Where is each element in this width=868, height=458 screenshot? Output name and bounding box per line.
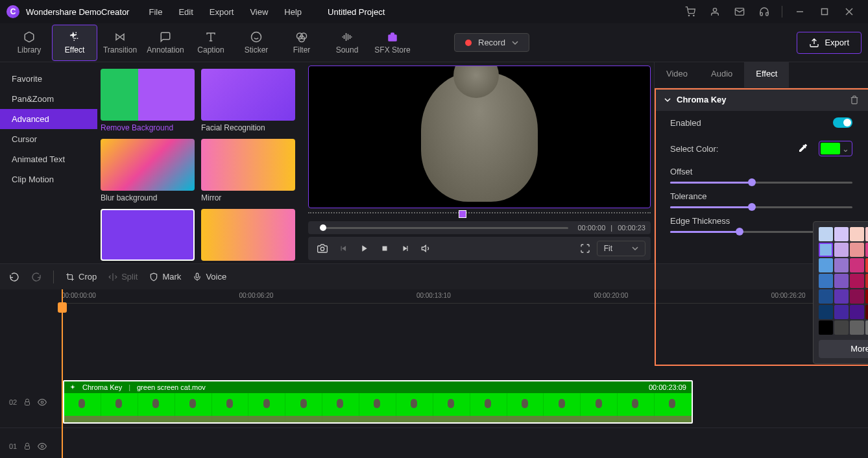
offset-slider[interactable] bbox=[670, 182, 852, 184]
headset-icon[interactable] bbox=[758, 6, 770, 18]
color-cell[interactable] bbox=[850, 243, 864, 257]
fit-select[interactable]: Fit bbox=[597, 241, 645, 256]
color-cell[interactable] bbox=[834, 243, 849, 257]
menu-export[interactable]: Export bbox=[210, 7, 234, 17]
user-icon[interactable] bbox=[709, 6, 721, 18]
sidebar-panzoom[interactable]: Pan&Zoom bbox=[0, 89, 97, 109]
menu-help[interactable]: Help bbox=[284, 7, 302, 17]
color-cell[interactable] bbox=[865, 258, 868, 272]
ruler-tick: 00:00:06:20 bbox=[239, 292, 273, 299]
color-cell[interactable] bbox=[834, 258, 849, 272]
sidebar-animated-text[interactable]: Animated Text bbox=[0, 149, 97, 169]
color-cell[interactable] bbox=[819, 289, 833, 304]
color-cell[interactable] bbox=[850, 305, 864, 319]
redo-button[interactable] bbox=[31, 272, 42, 282]
color-cell[interactable] bbox=[819, 320, 833, 335]
tool-transition[interactable]: Transition bbox=[97, 25, 143, 61]
tool-sticker[interactable]: Sticker bbox=[234, 25, 279, 61]
color-cell[interactable] bbox=[850, 227, 864, 241]
color-cell[interactable] bbox=[834, 227, 849, 241]
prop-tab-audio[interactable]: Audio bbox=[699, 62, 744, 88]
tool-sfx[interactable]: SFX Store bbox=[370, 25, 415, 61]
play-button[interactable] bbox=[355, 239, 373, 258]
menu-view[interactable]: View bbox=[250, 7, 268, 17]
color-cell[interactable] bbox=[865, 320, 868, 335]
delete-effect-button[interactable] bbox=[850, 95, 859, 104]
tool-library[interactable]: Library bbox=[6, 25, 52, 61]
sidebar-favorite[interactable]: Favorite bbox=[0, 69, 97, 89]
color-swatch-button[interactable]: ⌄ bbox=[819, 141, 852, 156]
mark-button[interactable]: Mark bbox=[149, 272, 181, 282]
split-button[interactable]: Split bbox=[108, 272, 138, 282]
export-button[interactable]: Export bbox=[797, 32, 862, 54]
color-cell[interactable] bbox=[819, 243, 833, 257]
sidebar-advanced[interactable]: Advanced bbox=[0, 109, 97, 129]
color-cell[interactable] bbox=[850, 274, 864, 288]
snapshot-button[interactable] bbox=[313, 239, 332, 258]
sidebar-cursor[interactable]: Cursor bbox=[0, 129, 97, 149]
color-cell[interactable] bbox=[819, 227, 833, 241]
effect-facial-recognition[interactable]: Facial Recognition bbox=[201, 69, 295, 135]
tool-annotation[interactable]: Annotation bbox=[143, 25, 188, 61]
close-button[interactable] bbox=[845, 7, 854, 16]
fullscreen-button[interactable] bbox=[576, 239, 594, 258]
lock-icon[interactable] bbox=[23, 442, 31, 450]
video-clip[interactable]: Chroma Key | green screen cat.mov 00:00:… bbox=[63, 380, 693, 424]
color-cell[interactable] bbox=[819, 258, 833, 272]
voice-button[interactable]: Voice bbox=[193, 272, 226, 282]
color-cell[interactable] bbox=[834, 274, 849, 288]
effect-6[interactable] bbox=[201, 209, 295, 261]
eye-icon[interactable] bbox=[38, 442, 47, 451]
timeline-ruler[interactable]: 00:00:00:0000:00:06:2000:00:13:1000:00:2… bbox=[62, 289, 868, 304]
crop-button[interactable]: Crop bbox=[66, 272, 97, 282]
tool-filter[interactable]: Filter bbox=[279, 25, 324, 61]
track-2: 02 Chroma Key | green screen cat.mov 00:… bbox=[0, 376, 868, 428]
effect-5[interactable] bbox=[101, 209, 195, 261]
effect-blur-background[interactable]: Blur background bbox=[101, 139, 195, 205]
volume-button[interactable] bbox=[417, 239, 435, 258]
color-cell[interactable] bbox=[834, 320, 849, 335]
eye-icon[interactable] bbox=[38, 398, 47, 407]
undo-button[interactable] bbox=[9, 272, 19, 282]
color-cell[interactable] bbox=[865, 305, 868, 319]
tolerance-slider[interactable] bbox=[670, 206, 852, 208]
tool-caption[interactable]: Caption bbox=[188, 25, 234, 61]
eyedropper-button[interactable] bbox=[798, 143, 810, 154]
preview-scrubber[interactable] bbox=[308, 212, 651, 217]
color-cell[interactable] bbox=[865, 243, 868, 257]
maximize-button[interactable] bbox=[820, 7, 829, 16]
prop-tab-effect[interactable]: Effect bbox=[744, 62, 789, 88]
sidebar-clip-motion[interactable]: Clip Motion bbox=[0, 169, 97, 189]
record-button[interactable]: Record bbox=[454, 33, 529, 52]
preview-slider[interactable] bbox=[320, 227, 568, 229]
preview-video[interactable] bbox=[308, 66, 651, 208]
cart-icon[interactable] bbox=[684, 6, 696, 18]
prev-button[interactable] bbox=[334, 239, 352, 258]
minimize-button[interactable] bbox=[795, 7, 804, 16]
color-cell[interactable] bbox=[850, 258, 864, 272]
stop-button[interactable] bbox=[376, 239, 394, 258]
color-cell[interactable] bbox=[850, 289, 864, 304]
effect-mirror[interactable]: Mirror bbox=[201, 139, 295, 205]
effect-remove-background[interactable]: Remove Background bbox=[101, 69, 195, 135]
menu-edit[interactable]: Edit bbox=[178, 7, 193, 17]
lock-icon[interactable] bbox=[23, 398, 31, 406]
color-cell[interactable] bbox=[850, 320, 864, 335]
prop-tab-video[interactable]: Video bbox=[655, 62, 699, 88]
color-cell[interactable] bbox=[834, 305, 849, 319]
menu-file[interactable]: File bbox=[149, 7, 162, 17]
tool-sound[interactable]: Sound bbox=[324, 25, 370, 61]
mail-icon[interactable] bbox=[734, 6, 745, 18]
more-colors-button[interactable]: More... bbox=[819, 340, 868, 358]
chroma-key-header[interactable]: Chroma Key bbox=[655, 88, 868, 111]
color-cell[interactable] bbox=[865, 227, 868, 241]
color-cell[interactable] bbox=[865, 274, 868, 288]
playhead[interactable] bbox=[62, 289, 63, 458]
next-button[interactable] bbox=[396, 239, 415, 258]
color-cell[interactable] bbox=[834, 289, 849, 304]
color-cell[interactable] bbox=[819, 274, 833, 288]
tool-effect[interactable]: Effect bbox=[52, 25, 97, 61]
color-cell[interactable] bbox=[819, 305, 833, 319]
color-cell[interactable] bbox=[865, 289, 868, 304]
enabled-toggle[interactable] bbox=[833, 117, 852, 128]
